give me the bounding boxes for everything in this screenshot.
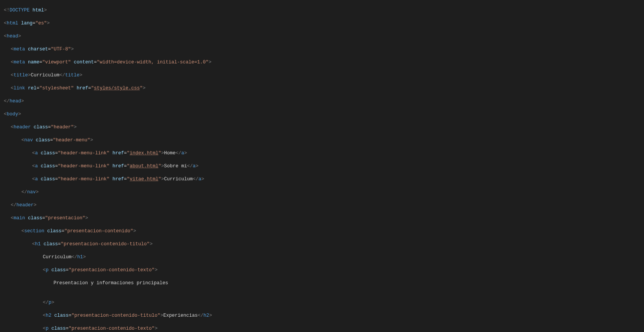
code-line[interactable]: Curriculum</h1> — [0, 254, 644, 261]
code-line[interactable]: <link rel="stylesheet" href="styles/styl… — [0, 85, 644, 92]
code-line[interactable]: <a class="header-menu-link" href="index.… — [0, 150, 644, 157]
code-line[interactable]: <!DOCTYPE html> — [0, 7, 644, 14]
code-line[interactable]: <main class="presentacion"> — [0, 215, 644, 222]
code-line[interactable]: Presentacion y informaciones principales — [0, 280, 644, 287]
code-line[interactable]: </header> — [0, 202, 644, 209]
code-line[interactable]: </head> — [0, 98, 644, 105]
code-line[interactable]: <a class="header-menu-link" href="vitae.… — [0, 176, 644, 183]
code-line[interactable]: <h1 class="presentacion-contenido-titulo… — [0, 241, 644, 248]
code-line[interactable]: <h2 class="presentacion-contenido-titulo… — [0, 313, 644, 319]
code-line[interactable]: <p class="presentacion-contenido-texto"> — [0, 267, 644, 274]
code-line[interactable]: </nav> — [0, 189, 644, 196]
code-line[interactable]: <header class="header"> — [0, 124, 644, 131]
code-line[interactable]: <html lang="es"> — [0, 20, 644, 27]
code-line[interactable]: <head> — [0, 33, 644, 40]
code-line[interactable]: <body> — [0, 111, 644, 118]
code-line[interactable]: </p> — [0, 300, 644, 306]
code-line[interactable]: <section class="presentacion-contenido"> — [0, 228, 644, 235]
code-line[interactable]: <p class="presentacion-contenido-texto"> — [0, 326, 644, 332]
code-line[interactable]: <a class="header-menu-link" href="about.… — [0, 163, 644, 170]
code-line[interactable]: <meta charset="UTF-8"> — [0, 46, 644, 53]
code-line[interactable]: <title>Curriculum</title> — [0, 72, 644, 79]
code-line[interactable]: <nav class="header-menu"> — [0, 137, 644, 144]
code-editor[interactable]: <!DOCTYPE html> <html lang="es"> <head> … — [0, 1, 644, 332]
code-line[interactable]: <meta name="viewport" content="width=dev… — [0, 59, 644, 66]
